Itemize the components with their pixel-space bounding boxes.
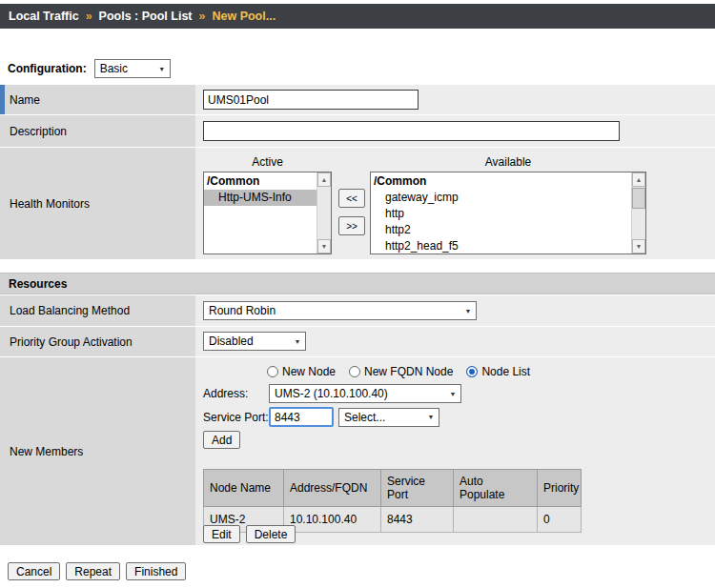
available-listbox-scrollbar[interactable]: ▲ ▼ bbox=[631, 172, 645, 253]
listbox-item-http-ums-info[interactable]: Http-UMS-Info bbox=[204, 190, 317, 206]
available-monitors-listbox[interactable]: /Common gateway_icmp http http2 http2_he… bbox=[370, 172, 646, 254]
chevron-down-icon: ▼ bbox=[460, 308, 476, 314]
health-monitors-label-cell: Health Monitors bbox=[0, 148, 195, 259]
breadcrumb-item-pool-list[interactable]: Pools : Pool List bbox=[99, 10, 193, 23]
member-actions: Edit Delete bbox=[203, 525, 296, 543]
add-button[interactable]: Add bbox=[203, 431, 240, 449]
service-port-select-value: Select... bbox=[344, 411, 385, 424]
edit-button[interactable]: Edit bbox=[203, 525, 240, 543]
col-header-node-name: Node Name bbox=[204, 470, 284, 507]
cell-service-port: 8443 bbox=[381, 507, 454, 533]
address-label: Address: bbox=[203, 387, 269, 400]
breadcrumb-item-local-traffic[interactable]: Local Traffic bbox=[9, 10, 79, 23]
configuration-label: Configuration: bbox=[8, 62, 87, 75]
description-input[interactable] bbox=[203, 121, 620, 141]
listbox-item-gateway-icmp[interactable]: gateway_icmp bbox=[371, 190, 631, 206]
address-select-value: UMS-2 (10.10.100.40) bbox=[275, 387, 388, 400]
chevron-down-icon: ▼ bbox=[423, 414, 439, 420]
radio-new-fqdn-node-label: New FQDN Node bbox=[364, 365, 453, 378]
chevron-down-icon: ▼ bbox=[290, 338, 305, 345]
radio-new-node-label: New Node bbox=[282, 365, 336, 378]
chevron-down-icon: ▼ bbox=[445, 391, 460, 397]
new-members-content-cell: New Node New FQDN Node Node List Address… bbox=[195, 357, 715, 545]
col-header-address-fqdn: Address/FQDN bbox=[284, 470, 381, 507]
repeat-button[interactable]: Repeat bbox=[66, 562, 120, 580]
name-row: Name bbox=[0, 85, 715, 114]
radio-node-list-label: Node List bbox=[481, 365, 530, 378]
scroll-up-icon[interactable]: ▲ bbox=[632, 172, 645, 187]
radio-node-list[interactable]: Node List bbox=[466, 365, 530, 378]
load-balancing-label: Load Balancing Method bbox=[10, 304, 130, 317]
load-balancing-label-cell: Load Balancing Method bbox=[0, 295, 195, 326]
available-column-header: Available bbox=[370, 155, 646, 169]
listbox-item-http2[interactable]: http2 bbox=[371, 222, 631, 238]
active-monitors-listbox[interactable]: /Common Http-UMS-Info ▲ ▼ bbox=[203, 172, 332, 254]
configuration-row: Configuration: Basic ▼ bbox=[8, 59, 171, 78]
service-port-label: Service Port: bbox=[203, 411, 269, 424]
delete-button[interactable]: Delete bbox=[246, 525, 296, 543]
load-balancing-select-value: Round Robin bbox=[209, 304, 276, 317]
col-header-service-port: Service Port bbox=[381, 470, 454, 507]
footer-actions: Cancel Repeat Finished bbox=[8, 562, 186, 580]
description-content-cell bbox=[195, 115, 715, 147]
listbox-item-http2-head-f5[interactable]: http2_head_f5 bbox=[371, 238, 631, 253]
service-port-input[interactable] bbox=[269, 407, 334, 427]
scroll-up-icon[interactable]: ▲ bbox=[317, 172, 331, 187]
members-table-header-row: Node Name Address/FQDN Service Port Auto… bbox=[204, 470, 582, 507]
priority-group-select[interactable]: Disabled ▼ bbox=[203, 332, 306, 351]
active-monitors-list: /Common Http-UMS-Info bbox=[204, 172, 317, 253]
scrollbar-track[interactable] bbox=[632, 187, 645, 239]
radio-button-icon[interactable] bbox=[349, 366, 360, 377]
breadcrumb: Local Traffic » Pools : Pool List » New … bbox=[0, 4, 715, 29]
priority-group-select-value: Disabled bbox=[209, 335, 254, 348]
address-select[interactable]: UMS-2 (10.10.100.40) ▼ bbox=[269, 384, 461, 403]
scroll-down-icon[interactable]: ▼ bbox=[317, 239, 331, 253]
cell-auto-populate bbox=[454, 507, 538, 533]
breadcrumb-separator-icon: » bbox=[86, 10, 92, 23]
priority-group-label-cell: Priority Group Activation bbox=[0, 327, 195, 356]
scrollbar-thumb[interactable] bbox=[632, 188, 645, 209]
radio-button-icon[interactable] bbox=[466, 366, 478, 377]
scroll-down-icon[interactable]: ▼ bbox=[632, 239, 645, 253]
cancel-button[interactable]: Cancel bbox=[8, 562, 60, 580]
service-port-line: Service Port: Select... ▼ bbox=[203, 407, 439, 427]
configuration-select-value: Basic bbox=[100, 62, 128, 75]
col-header-auto-populate: Auto Populate bbox=[454, 470, 538, 507]
cell-address-fqdn: 10.10.100.40 bbox=[284, 507, 381, 533]
breadcrumb-separator-icon: » bbox=[199, 10, 206, 23]
breadcrumb-item-new-pool: New Pool... bbox=[212, 10, 276, 23]
name-input[interactable] bbox=[203, 90, 419, 110]
move-to-active-button[interactable]: << bbox=[338, 189, 365, 208]
new-members-label: New Members bbox=[10, 445, 83, 458]
name-content-cell bbox=[195, 85, 715, 114]
active-column-header: Active bbox=[203, 155, 332, 169]
col-header-priority: Priority bbox=[538, 470, 582, 507]
description-label-cell: Description bbox=[0, 115, 195, 147]
service-port-select[interactable]: Select... ▼ bbox=[338, 408, 439, 427]
description-label: Description bbox=[10, 125, 67, 138]
health-monitors-content-cell: Active Available /Common Http-UMS-Info ▲… bbox=[195, 148, 715, 259]
name-label-cell: Name bbox=[0, 85, 195, 114]
scrollbar-track[interactable] bbox=[317, 187, 331, 239]
chevron-down-icon: ▼ bbox=[154, 66, 170, 72]
new-members-row: New Members New Node New FQDN Node Node … bbox=[0, 357, 715, 545]
resources-title: Resources bbox=[9, 277, 67, 291]
load-balancing-select[interactable]: Round Robin ▼ bbox=[203, 301, 477, 320]
health-monitors-label: Health Monitors bbox=[10, 197, 90, 211]
active-listbox-scrollbar[interactable]: ▲ ▼ bbox=[317, 172, 331, 253]
radio-new-node[interactable]: New Node bbox=[267, 365, 336, 378]
configuration-select[interactable]: Basic ▼ bbox=[94, 59, 171, 78]
radio-button-icon[interactable] bbox=[267, 366, 278, 377]
listbox-item-http[interactable]: http bbox=[371, 206, 631, 222]
move-to-available-button[interactable]: >> bbox=[338, 216, 365, 235]
resources-section-header: Resources bbox=[0, 273, 715, 294]
health-monitors-row: Health Monitors Active Available /Common… bbox=[0, 148, 715, 259]
listbox-group-common: /Common bbox=[371, 173, 631, 190]
description-row: Description bbox=[0, 115, 715, 147]
page: Local Traffic » Pools : Pool List » New … bbox=[0, 0, 715, 588]
cell-priority: 0 bbox=[538, 507, 582, 533]
address-line: Address: UMS-2 (10.10.100.40) ▼ bbox=[203, 384, 461, 403]
finished-button[interactable]: Finished bbox=[126, 562, 186, 580]
radio-new-fqdn-node[interactable]: New FQDN Node bbox=[349, 365, 453, 378]
load-balancing-content-cell: Round Robin ▼ bbox=[195, 295, 715, 326]
